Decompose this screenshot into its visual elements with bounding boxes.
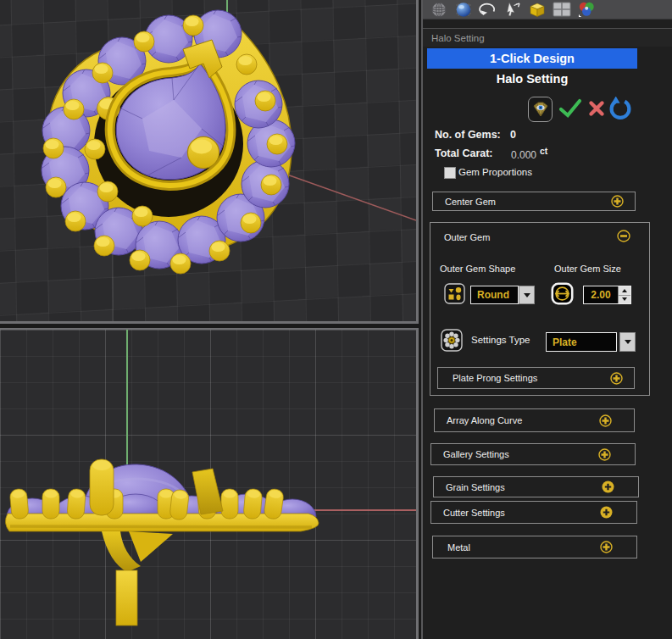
one-click-design-button[interactable]: 1-Click Design [427, 48, 637, 69]
color-wheel-icon[interactable] [575, 1, 597, 19]
confirm-check-icon[interactable] [558, 97, 583, 120]
outer-gem-size-label: Outer Gem Size [554, 264, 621, 274]
gems-count-label: No. of Gems: [435, 129, 501, 141]
expand-icon[interactable] [599, 414, 634, 427]
section-label: Outer Gem [430, 232, 490, 242]
settings-type-label: Settings Type [471, 335, 530, 345]
section-label: Gallery Settings [431, 449, 509, 459]
expand-icon[interactable] [600, 506, 636, 519]
pan-select-arrow-icon[interactable] [502, 1, 523, 19]
section-array-along-curve[interactable]: Array Along Curve [434, 408, 635, 432]
wireframe-sphere-icon[interactable] [428, 1, 449, 19]
gem-eye-icon [531, 101, 550, 118]
split-viewport-icon[interactable] [551, 1, 572, 19]
carat-unit: ct [540, 146, 547, 156]
section-metal[interactable]: Metal [432, 536, 637, 558]
reset-refresh-icon[interactable] [608, 97, 632, 121]
triangle-down-icon [622, 297, 627, 301]
collapse-icon[interactable] [617, 230, 649, 244]
gem-size-icon[interactable] [551, 282, 574, 305]
outer-gem-shape-select[interactable]: Round [470, 286, 519, 304]
triangle-up-icon [622, 289, 627, 292]
shaded-sphere-icon[interactable] [453, 1, 474, 19]
expand-icon[interactable] [600, 541, 636, 553]
box-icon[interactable] [526, 1, 547, 19]
shape-value: Round [477, 289, 509, 301]
section-outer-gem[interactable]: Outer Gem [430, 230, 649, 244]
stepper-down-button[interactable] [619, 295, 630, 304]
gem-proportions-label: Gem Proportions [458, 167, 532, 177]
settings-type-dropdown-button[interactable] [619, 332, 636, 352]
section-label: Cutter Settings [431, 508, 505, 518]
section-gallery-settings[interactable]: Gallery Settings [430, 443, 636, 465]
settings-type-icon[interactable] [441, 329, 463, 352]
settings-type-value: Plate [553, 336, 577, 348]
orbit-view-icon[interactable] [477, 1, 498, 19]
section-label: Grain Settings [434, 482, 505, 492]
jewelry-cad-window: Halo Setting 1-Click Design Halo Setting… [0, 0, 672, 639]
chevron-down-icon [524, 293, 530, 297]
settings-type-select[interactable]: Plate [546, 332, 617, 352]
expand-icon[interactable] [598, 448, 635, 461]
expand-icon[interactable] [611, 195, 635, 208]
section-plate-prong-settings[interactable]: Plate Prong Settings [437, 367, 635, 389]
section-grain-settings[interactable]: Grain Settings [433, 476, 639, 497]
size-value: 2.00 [584, 286, 618, 303]
section-center-gem[interactable]: Center Gem [432, 192, 636, 211]
section-label: Center Gem [433, 197, 496, 207]
tab-halo-setting[interactable]: Halo Setting [423, 28, 672, 47]
pendant-front-view [0, 330, 416, 637]
page-title: Halo Setting [427, 72, 637, 86]
chevron-down-icon [625, 340, 631, 344]
expand-icon[interactable] [602, 481, 638, 493]
section-label: Plate Prong Settings [438, 373, 537, 383]
pendant-top-view [0, 0, 416, 321]
gem-shape-icon[interactable] [444, 283, 465, 304]
gems-count-value: 0 [510, 129, 516, 141]
section-outer-gem-group: Outer Gem Outer Gem Shape Outer Gem Size… [430, 222, 650, 396]
halo-setting-panel: Halo Setting 1-Click Design Halo Setting… [421, 0, 672, 639]
gem-proportions-checkbox[interactable] [444, 167, 456, 179]
view-toolbar [423, 0, 672, 19]
outer-gem-size-stepper[interactable]: 2.00 [583, 286, 631, 304]
outer-gem-shape-label: Outer Gem Shape [440, 264, 515, 274]
cancel-x-icon[interactable] [588, 100, 605, 117]
viewport-top-perspective[interactable] [0, 0, 419, 324]
stepper-up-button[interactable] [619, 286, 630, 295]
section-label: Array Along Curve [435, 415, 522, 425]
section-label: Metal [433, 542, 470, 553]
shape-dropdown-button[interactable] [519, 286, 535, 304]
gem-preview-button[interactable] [528, 97, 553, 122]
total-carat-label: Total Carat: [435, 147, 493, 159]
viewport-front-elevation[interactable] [0, 328, 419, 639]
total-carat-value: 0.000 [511, 149, 536, 161]
section-cutter-settings[interactable]: Cutter Settings [430, 501, 637, 524]
expand-icon[interactable] [610, 372, 634, 385]
